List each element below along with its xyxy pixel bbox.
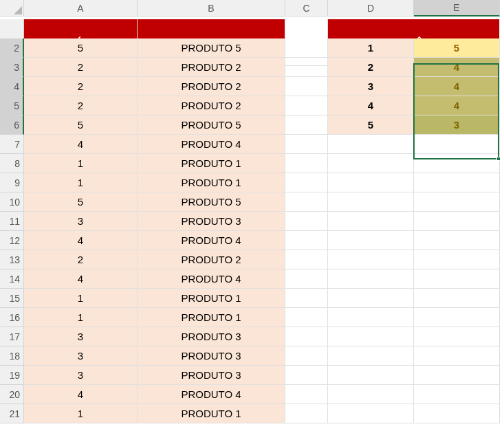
cell-c21[interactable] xyxy=(285,404,328,423)
row-header-17[interactable]: 17 xyxy=(0,327,24,346)
cell-c7[interactable] xyxy=(285,135,328,154)
cell-e5[interactable]: 4 xyxy=(414,96,500,115)
spreadsheet[interactable]: A B C D E 1 CÓD. PRODUTO FREQUÊNCIA 2 5 … xyxy=(0,0,504,423)
cell-e10[interactable] xyxy=(414,192,500,212)
row-header-15[interactable]: 15 xyxy=(0,289,24,308)
row-header-18[interactable]: 18 xyxy=(0,346,24,366)
row-header-12[interactable]: 12 xyxy=(0,231,24,250)
cell-b11[interactable]: PRODUTO 3 xyxy=(138,212,285,231)
cell-c16[interactable] xyxy=(285,308,328,327)
cell-d12[interactable] xyxy=(328,231,414,250)
cell-d13[interactable] xyxy=(328,250,414,269)
cell-a4[interactable]: 2 xyxy=(24,77,138,96)
cell-e14[interactable] xyxy=(414,269,500,289)
cell-b6[interactable]: PRODUTO 5 xyxy=(138,115,285,135)
cell-a7[interactable]: 4 xyxy=(24,135,138,154)
cell-b21[interactable]: PRODUTO 1 xyxy=(138,404,285,423)
row-header-9[interactable]: 9 xyxy=(0,173,24,192)
col-header-e[interactable]: E xyxy=(414,0,500,16)
cell-e12[interactable] xyxy=(414,231,500,250)
cell-a3[interactable]: 2 xyxy=(24,58,138,77)
cell-b4[interactable]: PRODUTO 2 xyxy=(138,77,285,96)
row-header-5[interactable]: 5 xyxy=(0,96,24,115)
cell-d7[interactable] xyxy=(328,135,414,154)
cell-a16[interactable]: 1 xyxy=(24,308,138,327)
cell-c20[interactable] xyxy=(285,385,328,404)
row-header-21[interactable]: 21 xyxy=(0,404,24,423)
cell-e11[interactable] xyxy=(414,212,500,231)
cell-b18[interactable]: PRODUTO 3 xyxy=(138,346,285,366)
cell-e20[interactable] xyxy=(414,385,500,404)
cell-d17[interactable] xyxy=(328,327,414,346)
cell-e7[interactable] xyxy=(414,135,500,154)
cell-d3[interactable]: 2 xyxy=(328,58,414,77)
cell-b20[interactable]: PRODUTO 4 xyxy=(138,385,285,404)
cell-d21[interactable] xyxy=(328,404,414,423)
cell-d19[interactable] xyxy=(328,366,414,385)
cell-e9[interactable] xyxy=(414,173,500,192)
cell-b12[interactable]: PRODUTO 4 xyxy=(138,231,285,250)
cell-d2[interactable]: 1 xyxy=(328,38,414,58)
cell-d4[interactable]: 3 xyxy=(328,77,414,96)
cell-c4[interactable] xyxy=(285,77,328,96)
cell-b13[interactable]: PRODUTO 2 xyxy=(138,250,285,269)
cell-a20[interactable]: 4 xyxy=(24,385,138,404)
row-header-6[interactable]: 6 xyxy=(0,115,24,135)
cell-c15[interactable] xyxy=(285,289,328,308)
cell-e18[interactable] xyxy=(414,346,500,366)
col-header-c[interactable]: C xyxy=(285,0,328,16)
cell-e2[interactable]: 5 xyxy=(414,38,500,58)
cell-e4[interactable]: 4 xyxy=(414,77,500,96)
col-header-a[interactable]: A xyxy=(24,0,138,16)
cell-a12[interactable]: 4 xyxy=(24,231,138,250)
cell-d20[interactable] xyxy=(328,385,414,404)
cell-d8[interactable] xyxy=(328,154,414,173)
cell-a6[interactable]: 5 xyxy=(24,115,138,135)
cell-e21[interactable] xyxy=(414,404,500,423)
cell-b17[interactable]: PRODUTO 3 xyxy=(138,327,285,346)
col-header-b[interactable]: B xyxy=(138,0,285,16)
cell-a8[interactable]: 1 xyxy=(24,154,138,173)
cell-a14[interactable]: 4 xyxy=(24,269,138,289)
cell-c5[interactable] xyxy=(285,96,328,115)
cell-e6[interactable]: 3 xyxy=(414,115,500,135)
cell-a18[interactable]: 3 xyxy=(24,346,138,366)
cell-d9[interactable] xyxy=(328,173,414,192)
cell-b2[interactable]: PRODUTO 5 xyxy=(138,38,285,58)
cell-d16[interactable] xyxy=(328,308,414,327)
cell-b3[interactable]: PRODUTO 2 xyxy=(138,58,285,77)
cell-a5[interactable]: 2 xyxy=(24,96,138,115)
cell-c19[interactable] xyxy=(285,366,328,385)
row-header-4[interactable]: 4 xyxy=(0,77,24,96)
cell-c6[interactable] xyxy=(285,115,328,135)
select-all-corner[interactable] xyxy=(0,0,24,16)
cell-b14[interactable]: PRODUTO 4 xyxy=(138,269,285,289)
cell-a13[interactable]: 2 xyxy=(24,250,138,269)
cell-b16[interactable]: PRODUTO 1 xyxy=(138,308,285,327)
col-header-d[interactable]: D xyxy=(328,0,414,16)
cell-e15[interactable] xyxy=(414,289,500,308)
row-header-7[interactable]: 7 xyxy=(0,135,24,154)
cell-b7[interactable]: PRODUTO 4 xyxy=(138,135,285,154)
cell-c9[interactable] xyxy=(285,173,328,192)
cell-d11[interactable] xyxy=(328,212,414,231)
cell-d14[interactable] xyxy=(328,269,414,289)
cell-c18[interactable] xyxy=(285,346,328,366)
cell-e17[interactable] xyxy=(414,327,500,346)
cell-c8[interactable] xyxy=(285,154,328,173)
cell-b10[interactable]: PRODUTO 5 xyxy=(138,192,285,212)
cell-d10[interactable] xyxy=(328,192,414,212)
row-header-10[interactable]: 10 xyxy=(0,192,24,212)
cell-a9[interactable]: 1 xyxy=(24,173,138,192)
row-header-3[interactable]: 3 xyxy=(0,58,24,77)
cell-c13[interactable] xyxy=(285,250,328,269)
cell-a10[interactable]: 5 xyxy=(24,192,138,212)
cell-b15[interactable]: PRODUTO 1 xyxy=(138,289,285,308)
cell-c14[interactable] xyxy=(285,269,328,289)
cell-c3[interactable] xyxy=(285,58,328,77)
cell-b8[interactable]: PRODUTO 1 xyxy=(138,154,285,173)
cell-d6[interactable]: 5 xyxy=(328,115,414,135)
row-header-19[interactable]: 19 xyxy=(0,366,24,385)
cell-a11[interactable]: 3 xyxy=(24,212,138,231)
cell-a17[interactable]: 3 xyxy=(24,327,138,346)
